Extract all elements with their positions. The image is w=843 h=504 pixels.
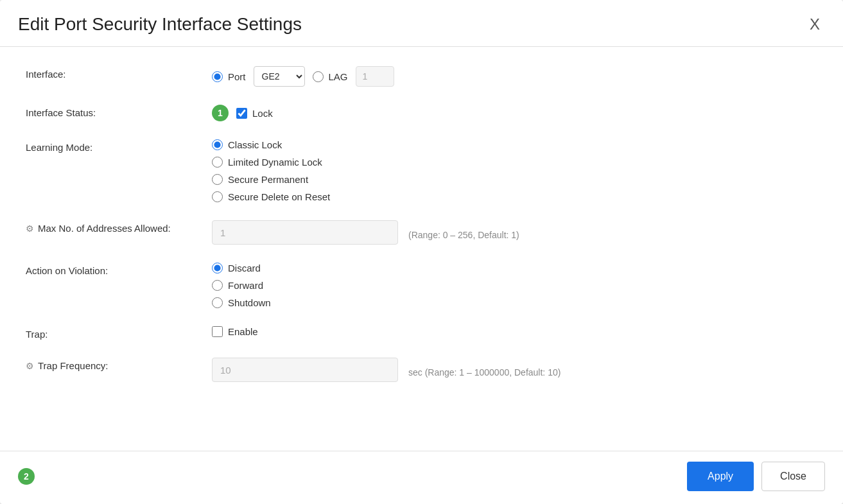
secure-permanent-radio-label[interactable]: Secure Permanent xyxy=(212,174,330,185)
lock-checkbox[interactable] xyxy=(236,108,247,119)
lock-checkbox-label[interactable]: Lock xyxy=(236,108,273,119)
action-on-violation-controls: Discard Forward Shutdown xyxy=(212,263,271,308)
dialog-body: Interface: Port GE2 GE1 GE3 GE4 xyxy=(0,47,843,451)
learning-mode-label: Learning Mode: xyxy=(26,139,212,153)
port-radio[interactable] xyxy=(212,71,223,82)
lag-input[interactable] xyxy=(356,66,394,87)
max-addresses-input[interactable] xyxy=(212,220,398,245)
shutdown-radio-label[interactable]: Shutdown xyxy=(212,297,271,308)
classic-lock-radio-label[interactable]: Classic Lock xyxy=(212,139,330,150)
interface-controls: Port GE2 GE1 GE3 GE4 LAG xyxy=(212,66,394,87)
trap-frequency-range-hint: sec (Range: 1 – 1000000, Default: 10) xyxy=(408,362,561,378)
lag-radio-label[interactable]: LAG xyxy=(313,71,348,82)
trap-frequency-row: ⚙ Trap Frequency: sec (Range: 1 – 100000… xyxy=(26,358,817,382)
dialog-title: Edit Port Security Interface Settings xyxy=(18,14,302,35)
footer-badge: 2 xyxy=(18,468,35,485)
trap-enable-checkbox[interactable] xyxy=(212,326,223,337)
interface-status-row: Interface Status: 1 Lock xyxy=(26,105,817,121)
limited-dynamic-lock-radio[interactable] xyxy=(212,157,223,168)
trap-controls: Enable xyxy=(212,326,258,337)
gear-icon: ⚙ xyxy=(26,223,34,234)
dialog-close-button[interactable]: X xyxy=(804,14,825,35)
max-addresses-controls: (Range: 0 – 256, Default: 1) xyxy=(212,220,519,245)
learning-mode-controls: Classic Lock Limited Dynamic Lock Secure… xyxy=(212,139,330,202)
apply-button[interactable]: Apply xyxy=(687,462,754,491)
secure-delete-reset-radio-label[interactable]: Secure Delete on Reset xyxy=(212,191,330,202)
max-addresses-range-hint: (Range: 0 – 256, Default: 1) xyxy=(408,225,519,240)
discard-radio-label[interactable]: Discard xyxy=(212,263,271,274)
trap-frequency-label: ⚙ Trap Frequency: xyxy=(26,358,212,371)
edit-port-security-dialog: Edit Port Security Interface Settings X … xyxy=(0,0,843,504)
discard-radio[interactable] xyxy=(212,263,223,274)
close-button[interactable]: Close xyxy=(761,462,825,491)
interface-row: Interface: Port GE2 GE1 GE3 GE4 xyxy=(26,66,817,87)
forward-radio[interactable] xyxy=(212,280,223,291)
trap-row: Trap: Enable xyxy=(26,326,817,340)
secure-delete-reset-radio[interactable] xyxy=(212,191,223,202)
interface-status-controls: 1 Lock xyxy=(212,105,273,121)
footer-left: 2 xyxy=(18,468,679,485)
trap-frequency-controls: sec (Range: 1 – 1000000, Default: 10) xyxy=(212,358,561,382)
trap-label: Trap: xyxy=(26,326,212,340)
action-on-violation-label: Action on Violation: xyxy=(26,263,212,276)
action-on-violation-row: Action on Violation: Discard Forward Shu… xyxy=(26,263,817,308)
trap-enable-checkbox-label[interactable]: Enable xyxy=(212,326,258,337)
classic-lock-radio[interactable] xyxy=(212,139,223,150)
limited-dynamic-lock-radio-label[interactable]: Limited Dynamic Lock xyxy=(212,157,330,168)
trap-frequency-input[interactable] xyxy=(212,358,398,382)
shutdown-radio[interactable] xyxy=(212,297,223,308)
dialog-footer: 2 Apply Close xyxy=(0,451,843,504)
port-select[interactable]: GE2 GE1 GE3 GE4 xyxy=(254,66,305,87)
learning-mode-row: Learning Mode: Classic Lock Limited Dyna… xyxy=(26,139,817,202)
trap-freq-gear-icon: ⚙ xyxy=(26,361,34,371)
secure-permanent-radio[interactable] xyxy=(212,174,223,185)
dialog-header: Edit Port Security Interface Settings X xyxy=(0,0,843,47)
port-radio-label[interactable]: Port xyxy=(212,71,246,82)
forward-radio-label[interactable]: Forward xyxy=(212,280,271,291)
interface-label: Interface: xyxy=(26,66,212,80)
max-addresses-row: ⚙ Max No. of Addresses Allowed: (Range: … xyxy=(26,220,817,245)
lag-radio[interactable] xyxy=(313,71,324,82)
interface-inline: Port GE2 GE1 GE3 GE4 LAG xyxy=(212,66,394,87)
max-addresses-label: ⚙ Max No. of Addresses Allowed: xyxy=(26,220,212,234)
interface-status-badge: 1 xyxy=(212,105,229,121)
interface-status-label: Interface Status: xyxy=(26,105,212,118)
